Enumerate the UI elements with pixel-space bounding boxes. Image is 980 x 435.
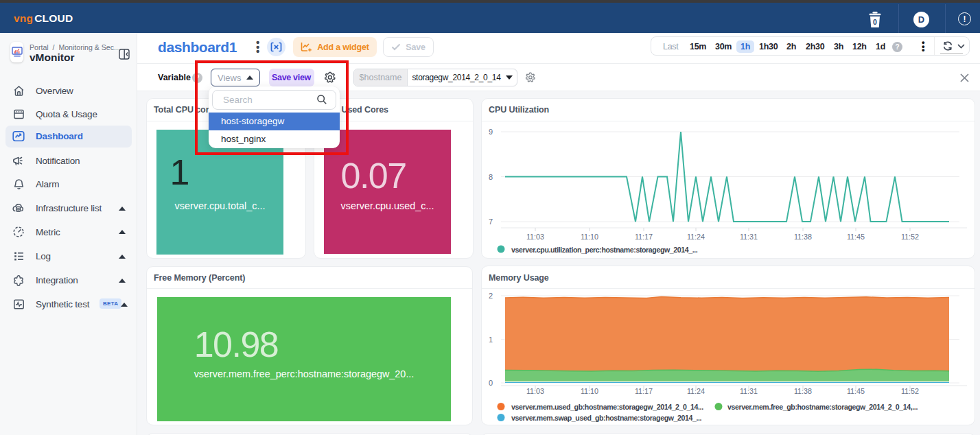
svg-text:11:24: 11:24 (687, 233, 705, 241)
svg-text:0: 0 (489, 379, 493, 387)
svg-text:8: 8 (489, 173, 493, 181)
svg-text:1: 1 (489, 336, 493, 344)
svg-text:11:17: 11:17 (635, 233, 653, 241)
svg-text:11:10: 11:10 (581, 387, 598, 395)
svg-text:11:31: 11:31 (740, 233, 758, 241)
svg-text:11:03: 11:03 (526, 233, 544, 241)
svg-text:11:17: 11:17 (635, 387, 653, 395)
svg-text:11:24: 11:24 (687, 387, 705, 395)
svg-text:11:03: 11:03 (526, 387, 544, 395)
svg-text:11:10: 11:10 (581, 233, 598, 241)
svg-text:vserver.cpu.utilization_perc:h: vserver.cpu.utilization_perc:hostname:st… (511, 246, 698, 254)
svg-text:vserver.mem.swap_used_gb:hostn: vserver.mem.swap_used_gb:hostname:storag… (511, 414, 702, 422)
svg-text:7: 7 (489, 217, 493, 226)
svg-text:2: 2 (489, 292, 493, 300)
svg-text:vserver.mem.free_gb:hostname:s: vserver.mem.free_gb:hostname:storagegw_2… (727, 403, 918, 411)
svg-text:11:38: 11:38 (794, 233, 812, 241)
svg-text:11:52: 11:52 (901, 387, 919, 395)
svg-text:9: 9 (489, 128, 493, 136)
svg-text:0: 0 (873, 18, 877, 26)
svg-text:11:45: 11:45 (847, 387, 865, 395)
svg-text:vserver.mem.used_gb:hostname:s: vserver.mem.used_gb:hostname:storagegw_2… (511, 403, 703, 411)
svg-text:11:45: 11:45 (847, 233, 865, 241)
svg-text:11:31: 11:31 (740, 387, 758, 395)
svg-text:11:38: 11:38 (794, 387, 812, 395)
svg-text:11:52: 11:52 (901, 233, 919, 241)
